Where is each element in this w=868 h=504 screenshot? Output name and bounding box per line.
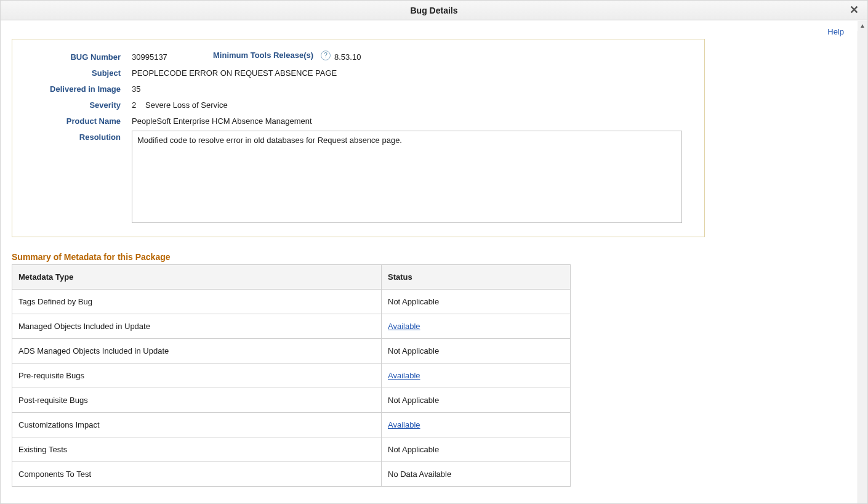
table-row: Existing TestsNot Applicable [12, 437, 571, 462]
metadata-type-cell: Tags Defined by Bug [12, 290, 382, 314]
metadata-type-cell: Managed Objects Included in Update [12, 314, 382, 339]
table-header-row: Metadata Type Status [12, 265, 571, 290]
severity-text: Severe Loss of Service [145, 99, 228, 112]
metadata-type-header: Metadata Type [12, 265, 382, 290]
bug-number-value: 30995137 [132, 51, 188, 64]
table-row: Post-requisite BugsNot Applicable [12, 388, 571, 413]
metadata-type-cell: Pre-requisite Bugs [12, 364, 382, 388]
table-row: Pre-requisite BugsAvailable [12, 364, 571, 388]
row-delivered: Delivered in Image 35 [23, 83, 693, 96]
bug-fields-box: BUG Number 30995137 Minimum Tools Releas… [12, 39, 705, 237]
metadata-section-title: Summary of Metadata for this Package [12, 252, 846, 262]
metadata-table: Metadata Type Status Tags Defined by Bug… [12, 264, 571, 487]
status-link[interactable]: Available [388, 322, 420, 331]
product-value: PeopleSoft Enterprise HCM Absence Manage… [132, 115, 312, 128]
delivered-label: Delivered in Image [23, 83, 132, 96]
row-product: Product Name PeopleSoft Enterprise HCM A… [23, 115, 693, 128]
window: Bug Details ✕ ▲ Help BUG Number 30995137… [0, 0, 868, 504]
table-row: Managed Objects Included in UpdateAvaila… [12, 314, 571, 339]
bug-number-label: BUG Number [23, 51, 132, 64]
scroll-up-icon[interactable]: ▲ [858, 21, 867, 31]
metadata-type-cell: Customizations Impact [12, 413, 382, 437]
metadata-type-cell: Components To Test [12, 462, 382, 487]
min-tools-value: 8.53.10 [334, 51, 361, 64]
product-label: Product Name [23, 115, 132, 128]
status-cell: Not Applicable [382, 437, 571, 462]
status-link[interactable]: Available [388, 371, 420, 380]
metadata-type-cell: Existing Tests [12, 437, 382, 462]
status-cell: Not Applicable [382, 388, 571, 413]
status-cell: Available [382, 413, 571, 437]
help-row: Help [12, 21, 846, 39]
severity-code: 2 [132, 99, 145, 112]
row-severity: Severity 2 Severe Loss of Service [23, 99, 693, 112]
close-icon[interactable]: ✕ [844, 1, 864, 20]
status-link[interactable]: Available [388, 420, 420, 429]
table-row: Components To TestNo Data Available [12, 462, 571, 487]
row-bug-number: BUG Number 30995137 Minimum Tools Releas… [23, 51, 693, 64]
table-row: ADS Managed Objects Included in UpdateNo… [12, 339, 571, 364]
status-cell: No Data Available [382, 462, 571, 487]
row-subject: Subject PEOPLECODE ERROR ON REQUEST ABSE… [23, 67, 693, 80]
row-resolution: Resolution Modified code to resolve erro… [23, 131, 693, 223]
metadata-type-cell: ADS Managed Objects Included in Update [12, 339, 382, 364]
table-row: Tags Defined by BugNot Applicable [12, 290, 571, 314]
scrollbar[interactable]: ▲ [858, 21, 867, 503]
min-tools-label: Minimum Tools Release(s) [188, 51, 317, 60]
window-title: Bug Details [410, 6, 457, 15]
resolution-text: Modified code to resolve error in old da… [132, 131, 682, 223]
subject-value: PEOPLECODE ERROR ON REQUEST ABSENCE PAGE [132, 67, 337, 80]
status-cell: Not Applicable [382, 290, 571, 314]
subject-label: Subject [23, 67, 132, 80]
resolution-label: Resolution [23, 131, 132, 144]
help-icon[interactable]: ? [321, 51, 331, 60]
table-row: Customizations ImpactAvailable [12, 413, 571, 437]
status-cell: Available [382, 364, 571, 388]
status-header: Status [382, 265, 571, 290]
metadata-type-cell: Post-requisite Bugs [12, 388, 382, 413]
content-area: Help BUG Number 30995137 Minimum Tools R… [1, 21, 858, 503]
delivered-value: 35 [132, 83, 140, 96]
severity-label: Severity [23, 99, 132, 112]
status-cell: Available [382, 314, 571, 339]
status-cell: Not Applicable [382, 339, 571, 364]
help-link[interactable]: Help [827, 27, 844, 36]
title-bar: Bug Details ✕ [1, 1, 867, 20]
